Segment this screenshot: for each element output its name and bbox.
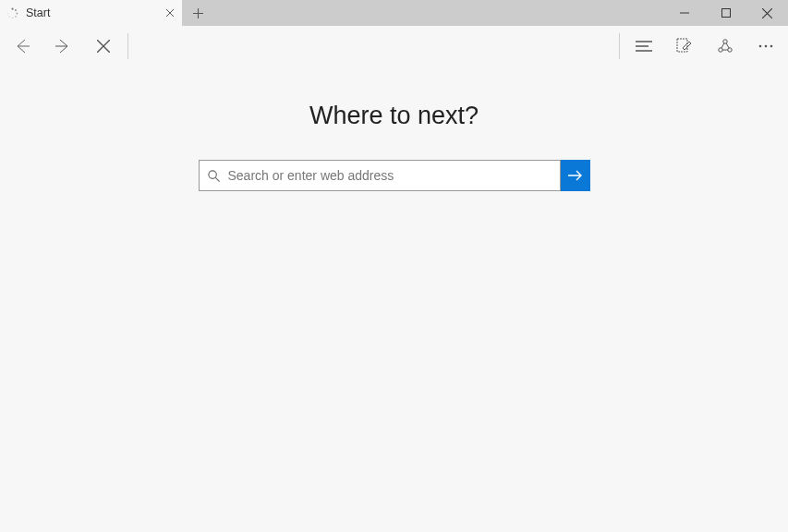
close-window-button[interactable] (746, 0, 788, 26)
loading-spinner-icon (6, 6, 18, 19)
page-heading: Where to next? (309, 102, 479, 130)
search-input[interactable] (228, 168, 552, 183)
toolbar-separator (127, 33, 128, 59)
svg-point-2 (16, 12, 18, 14)
start-page: Where to next? (0, 66, 788, 532)
svg-point-0 (11, 7, 13, 9)
svg-point-1 (14, 9, 16, 11)
back-button[interactable] (2, 26, 42, 66)
stop-button[interactable] (83, 26, 124, 66)
nav-toolbar (0, 26, 788, 66)
more-button[interactable] (746, 26, 786, 66)
window-controls (663, 0, 788, 26)
share-button[interactable] (705, 26, 746, 66)
minimize-button[interactable] (663, 0, 705, 26)
svg-point-12 (759, 45, 762, 48)
titlebar-drag-area (213, 0, 663, 26)
svg-rect-7 (721, 9, 730, 18)
tab-start[interactable]: Start (0, 0, 182, 26)
svg-point-15 (208, 170, 215, 177)
search-icon (207, 169, 221, 183)
svg-point-14 (770, 45, 773, 48)
go-button[interactable] (561, 160, 590, 191)
forward-button[interactable] (42, 26, 83, 66)
toolbar-separator (619, 33, 620, 59)
tab-close-button[interactable] (158, 0, 182, 26)
search-box[interactable] (199, 160, 561, 191)
hub-button[interactable] (624, 26, 664, 66)
svg-point-13 (765, 45, 768, 48)
titlebar: Start (0, 0, 788, 26)
maximize-button[interactable] (705, 0, 746, 26)
web-note-button[interactable] (664, 26, 705, 66)
svg-point-3 (15, 16, 17, 18)
svg-point-9 (723, 40, 727, 43)
svg-point-4 (11, 17, 12, 18)
new-tab-button[interactable] (182, 0, 213, 26)
svg-point-11 (728, 48, 732, 52)
tab-title: Start (26, 6, 158, 19)
search-form (199, 160, 590, 191)
svg-point-5 (8, 16, 9, 17)
svg-point-6 (7, 12, 8, 13)
svg-point-10 (719, 48, 722, 52)
